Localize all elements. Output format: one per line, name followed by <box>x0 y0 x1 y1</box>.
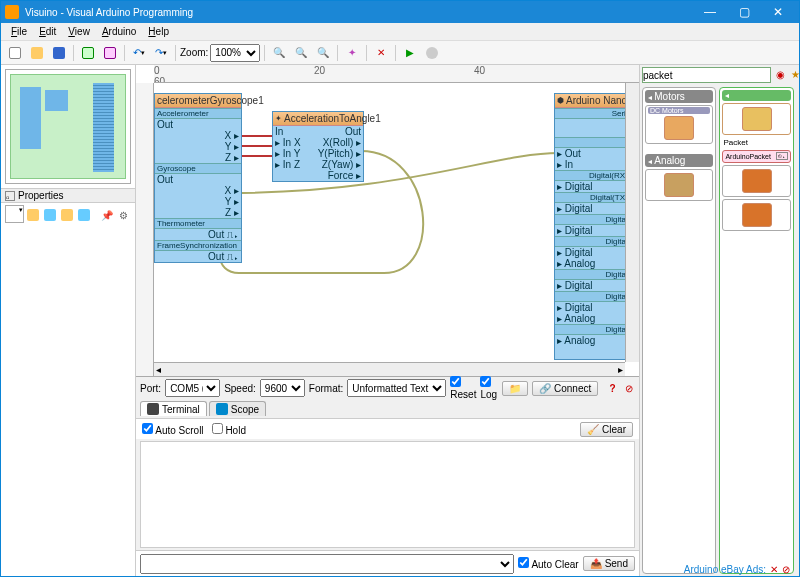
tab-scope[interactable]: Scope <box>209 401 266 416</box>
serial-panel: Port: COM5 (L Speed: 9600 Format: Unform… <box>136 376 639 576</box>
img-button[interactable] <box>78 43 98 63</box>
send-button[interactable]: 📤 Send <box>583 556 635 571</box>
props-btn4[interactable] <box>76 205 91 225</box>
redo-button[interactable]: ↷▾ <box>151 43 171 63</box>
img2-button[interactable] <box>100 43 120 63</box>
vertical-scrollbar[interactable] <box>625 83 639 362</box>
port-label: Port: <box>140 383 161 394</box>
zoomin-icon[interactable]: 🔍 <box>269 43 289 63</box>
minimap[interactable] <box>5 69 131 184</box>
menu-view[interactable]: View <box>62 26 96 37</box>
palette-search-input[interactable] <box>642 67 771 83</box>
port-select[interactable]: COM5 (L <box>165 379 220 397</box>
hold-checkbox[interactable]: Hold <box>212 423 246 436</box>
app-icon <box>5 5 19 19</box>
menu-help[interactable]: Help <box>142 26 175 37</box>
category-right[interactable]: ◂ <box>722 90 790 101</box>
close-button[interactable]: ✕ <box>761 1 795 23</box>
node-accel-angle[interactable]: ✦ AccelerationToAngle1 InOut ▸ In XX(Rol… <box>272 111 364 182</box>
component-palette: ◉ ★ ▦ ✓ ✕ ◂ Motors DC Motors ◂ Analog <box>639 65 799 576</box>
zoomout-icon[interactable]: 🔍 <box>291 43 311 63</box>
left-panel: ▫ Properties ▾ 📌 ⚙ <box>1 65 136 576</box>
filter1-icon[interactable]: ◉ <box>773 67 787 81</box>
run-button[interactable]: ▶ <box>400 43 420 63</box>
send-input[interactable] <box>140 554 514 574</box>
filter2-icon[interactable]: ★ <box>788 67 800 81</box>
log-checkbox[interactable]: Log <box>480 376 498 400</box>
properties-header: ▫ Properties <box>1 188 135 203</box>
new-button[interactable] <box>5 43 25 63</box>
save-button[interactable] <box>49 43 69 63</box>
properties-toolbar: ▾ 📌 ⚙ <box>1 203 135 227</box>
ruler-horizontal: 0204060 <box>154 65 639 83</box>
zoom-select[interactable]: 100% <box>210 44 260 62</box>
tab-terminal[interactable]: Terminal <box>140 401 207 416</box>
titlebar: Visuino - Visual Arduino Programming — ▢… <box>1 1 799 23</box>
help1-icon[interactable]: ? <box>606 378 618 398</box>
magic-button[interactable]: ✦ <box>342 43 362 63</box>
horizontal-scrollbar[interactable]: ◂▸ <box>154 362 625 376</box>
props-btn3[interactable] <box>60 205 75 225</box>
status-stop-icon[interactable]: ⊘ <box>782 564 790 575</box>
status-close-icon[interactable]: ✕ <box>770 564 778 575</box>
ruler-vertical <box>136 83 154 376</box>
reset-checkbox[interactable]: Reset <box>450 376 476 400</box>
zoomfit-icon[interactable]: 🔍 <box>313 43 333 63</box>
minimize-button[interactable]: — <box>693 1 727 23</box>
design-canvas[interactable]: 0204060 celerometerGyroscope1 Accelero <box>136 65 639 376</box>
help2-icon[interactable]: ⊘ <box>623 378 635 398</box>
autoclear-checkbox[interactable]: Auto Clear <box>518 557 578 570</box>
palette-item-analog[interactable] <box>645 169 713 201</box>
window-title: Visuino - Visual Arduino Programming <box>25 7 193 18</box>
props-pin-icon[interactable]: 📌 <box>99 205 114 225</box>
category-motors[interactable]: ◂ Motors <box>645 90 713 103</box>
speed-label: Speed: <box>224 383 256 394</box>
open-button[interactable] <box>27 43 47 63</box>
palette-right-col: ◂ Packet ArduinoPacket⎋▸ <box>719 87 793 574</box>
autoscroll-checkbox[interactable]: Auto Scroll <box>142 423 204 436</box>
menu-file[interactable]: File <box>5 26 33 37</box>
menu-arduino[interactable]: Arduino <box>96 26 142 37</box>
props-gear-icon[interactable]: ⚙ <box>116 205 131 225</box>
status-bar: Arduino eBay Ads: ✕ ⊘ <box>684 564 790 575</box>
clear-button[interactable]: 🧹 Clear <box>580 422 633 437</box>
props-btn1[interactable] <box>26 205 41 225</box>
props-select[interactable]: ▾ <box>5 205 24 223</box>
menu-edit[interactable]: Edit <box>33 26 62 37</box>
prefs-button[interactable] <box>422 43 442 63</box>
category-analog[interactable]: ◂ Analog <box>645 154 713 167</box>
node-accel-gyro[interactable]: celerometerGyroscope1 Accelerometer Out … <box>154 93 242 263</box>
undo-button[interactable]: ↶▾ <box>129 43 149 63</box>
toolbar: ↶▾ ↷▾ Zoom: 100% 🔍 🔍 🔍 ✦ ✕ ▶ <box>1 41 799 65</box>
palette-item-box2[interactable] <box>722 199 790 231</box>
palette-left-col: ◂ Motors DC Motors ◂ Analog <box>642 87 716 574</box>
speed-select[interactable]: 9600 <box>260 379 305 397</box>
terminal-output <box>140 441 635 548</box>
zoom-label: Zoom: <box>180 47 208 58</box>
log-path-button[interactable]: 📁 <box>502 381 528 396</box>
maximize-button[interactable]: ▢ <box>727 1 761 23</box>
palette-item-packet[interactable]: ArduinoPacket⎋▸ <box>722 150 790 163</box>
delete-button[interactable]: ✕ <box>371 43 391 63</box>
connect-button[interactable]: 🔗 Connect <box>532 381 598 396</box>
menubar: File Edit View Arduino Help <box>1 23 799 41</box>
palette-item-dc-motors[interactable]: DC Motors <box>645 105 713 144</box>
props-btn2[interactable] <box>43 205 58 225</box>
palette-item-top[interactable] <box>722 103 790 135</box>
format-select[interactable]: Unformatted Text <box>347 379 446 397</box>
packet-label: Packet <box>722 137 790 148</box>
format-label: Format: <box>309 383 343 394</box>
palette-item-box1[interactable] <box>722 165 790 197</box>
